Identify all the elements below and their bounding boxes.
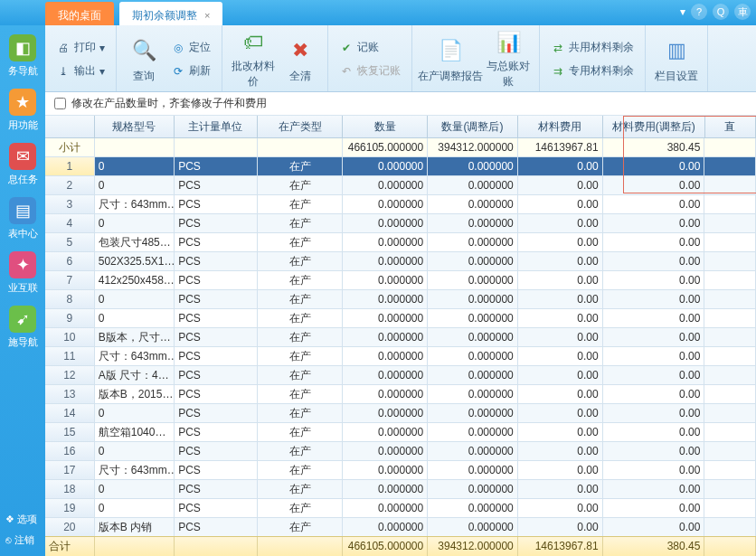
grid-cell <box>95 138 175 156</box>
grid-cell: 0.000000 <box>428 442 518 460</box>
refresh-button[interactable]: ⟳刷新 <box>167 61 214 81</box>
table-row[interactable]: 140PCS在产0.0000000.0000000.000.00 <box>45 404 756 423</box>
column-header[interactable]: 直 <box>705 116 756 137</box>
table-row[interactable]: 190PCS在产0.0000000.0000000.000.00 <box>45 499 756 518</box>
sidebar-item[interactable]: ➹施导航 <box>2 300 43 353</box>
table-row[interactable]: 小计466105.000000394312.00000014613967.813… <box>45 138 756 157</box>
share-material-button[interactable]: ⇄共用材料剩余 <box>547 38 638 58</box>
table-row[interactable]: 5包装尺寸485…PCS在产0.0000000.0000000.000.00 <box>45 233 756 252</box>
column-header[interactable]: 在产类型 <box>258 116 343 137</box>
grid-cell: 在产 <box>258 366 343 384</box>
sidebar-item[interactable]: ✉息任务 <box>2 137 43 190</box>
search-icon[interactable]: Q <box>713 4 729 20</box>
row-number: 13 <box>45 385 95 403</box>
column-header[interactable] <box>45 116 95 137</box>
grid-cell <box>704 195 756 213</box>
batch-price-button[interactable]: 🏷批改材料价 <box>228 29 279 90</box>
table-row[interactable]: 12A版 尺寸：4…PCS在产0.0000000.0000000.000.00 <box>45 366 756 385</box>
table-row[interactable]: 180PCS在产0.0000000.0000000.000.00 <box>45 480 756 499</box>
table-row[interactable]: 160PCS在产0.0000000.0000000.000.00 <box>45 442 756 461</box>
sidebar-logout[interactable]: ⎋ 注销 <box>0 530 45 551</box>
row-number: 4 <box>45 214 95 232</box>
sidebar-item-label: 业互联 <box>2 281 43 295</box>
row-number: 10 <box>45 328 95 346</box>
print-button[interactable]: 🖨打印▾ <box>52 38 109 58</box>
grid-cell: PCS <box>175 214 258 232</box>
tag-icon: 🏷 <box>238 29 269 56</box>
table-row[interactable]: 40PCS在产0.0000000.0000000.000.00 <box>45 214 756 233</box>
grid-cell: 0.000000 <box>343 461 428 479</box>
locate-button[interactable]: ◎定位 <box>167 38 214 58</box>
grid-cell: 0.000000 <box>428 423 518 441</box>
grid-cell: 0.00 <box>518 176 603 194</box>
close-icon[interactable]: × <box>204 10 210 21</box>
grid-cell: 0.000000 <box>343 195 428 213</box>
table-row[interactable]: 20PCS在产0.0000000.0000000.000.00 <box>45 176 756 195</box>
export-button[interactable]: ⤓输出▾ <box>52 61 109 81</box>
query-button[interactable]: 🔍查询 <box>122 29 165 90</box>
adjust-children-checkbox[interactable] <box>54 98 66 109</box>
column-header[interactable]: 数量 <box>343 116 428 137</box>
table-row[interactable]: 15航空箱1040…PCS在产0.0000000.0000000.000.00 <box>45 423 756 442</box>
grid-cell: 0.00 <box>518 366 603 384</box>
column-header[interactable]: 材料费用(调整后) <box>603 116 705 137</box>
grid-cell: 版本B，2015… <box>95 385 175 403</box>
grid-cell: 0.00 <box>518 309 603 327</box>
sidebar-icon: ▤ <box>9 197 36 224</box>
sidebar-options[interactable]: ❖ 选项 <box>0 509 45 530</box>
tab-label: 我的桌面 <box>58 8 101 24</box>
sidebar-item[interactable]: ◧务导航 <box>2 29 43 81</box>
tab-desktop[interactable]: 我的桌面 <box>45 2 114 25</box>
table-row[interactable]: 90PCS在产0.0000000.0000000.000.00 <box>45 309 756 328</box>
grid-cell: 380.45 <box>603 138 705 156</box>
column-setup-button[interactable]: ▥栏目设置 <box>651 29 702 90</box>
help-icon[interactable]: ? <box>691 4 707 20</box>
dropdown-icon[interactable]: ▾ <box>680 5 685 18</box>
clear-all-button[interactable]: ✖全清 <box>279 29 322 90</box>
grid-cell: 在产 <box>258 290 343 308</box>
grid-cell <box>704 233 756 251</box>
grid-cell: PCS <box>175 366 258 384</box>
post-button[interactable]: ✔记账 <box>335 38 404 58</box>
column-header[interactable]: 规格型号 <box>95 116 175 137</box>
grid-cell: 0.00 <box>518 518 603 536</box>
reconcile-button[interactable]: 📊与总账对账 <box>483 29 534 90</box>
grid-body[interactable]: 小计466105.000000394312.00000014613967.813… <box>45 138 756 536</box>
table-row[interactable]: 7412x250x458…PCS在产0.0000000.0000000.000.… <box>45 271 756 290</box>
grid-cell: 0.000000 <box>428 499 518 517</box>
sidebar-item[interactable]: ▤表中心 <box>2 192 43 244</box>
table-row[interactable]: 17尺寸：643mm…PCS在产0.0000000.0000000.000.00 <box>45 461 756 480</box>
table-row[interactable]: 80PCS在产0.0000000.0000000.000.00 <box>45 290 756 309</box>
restore-post-button[interactable]: ↶恢复记账 <box>335 61 404 81</box>
grid-cell: 0.000000 <box>343 366 428 384</box>
column-header[interactable]: 数量(调整后) <box>428 116 518 137</box>
table-row[interactable]: 20版本B 内销PCS在产0.0000000.0000000.000.00 <box>45 518 756 536</box>
wip-report-button[interactable]: 📄在产调整报告 <box>418 29 483 90</box>
grid-cell: 0.00 <box>603 309 705 327</box>
sidebar-item[interactable]: ✦业互联 <box>2 246 43 298</box>
grid-cell <box>704 252 756 270</box>
table-row[interactable]: 11尺寸：643mm…PCS在产0.0000000.0000000.000.00 <box>45 347 756 366</box>
row-number: 6 <box>45 252 95 270</box>
grid-cell: B版本，尺寸… <box>95 328 175 346</box>
tab-current[interactable]: 期初余额调整 × <box>119 2 222 25</box>
btn-label: 刷新 <box>189 63 211 79</box>
target-icon: ◎ <box>171 41 185 55</box>
grid-cell: 0.00 <box>603 176 705 194</box>
grid-cell <box>704 385 756 403</box>
more-icon[interactable]: 車 <box>734 4 751 20</box>
footer-cell <box>704 537 756 556</box>
column-header[interactable]: 材料费用 <box>518 116 603 137</box>
table-row[interactable]: 3尺寸：643mm…PCS在产0.0000000.0000000.000.00 <box>45 195 756 214</box>
sidebar-item[interactable]: ★用功能 <box>2 83 43 136</box>
grid-cell: 0.000000 <box>343 252 428 270</box>
dedicate-material-button[interactable]: ⇉专用材料剩余 <box>547 61 638 81</box>
table-row[interactable]: 10PCS在产0.0000000.0000000.000.00 <box>45 157 756 176</box>
footer-cell <box>258 537 343 556</box>
table-row[interactable]: 13版本B，2015…PCS在产0.0000000.0000000.000.00 <box>45 385 756 404</box>
grid-cell: 在产 <box>258 499 343 517</box>
table-row[interactable]: 10B版本，尺寸…PCS在产0.0000000.0000000.000.00 <box>45 328 756 347</box>
table-row[interactable]: 6502X325.5X1…PCS在产0.0000000.0000000.000.… <box>45 252 756 271</box>
sidebar-item-label: 务导航 <box>2 64 43 78</box>
column-header[interactable]: 主计量单位 <box>175 116 258 137</box>
